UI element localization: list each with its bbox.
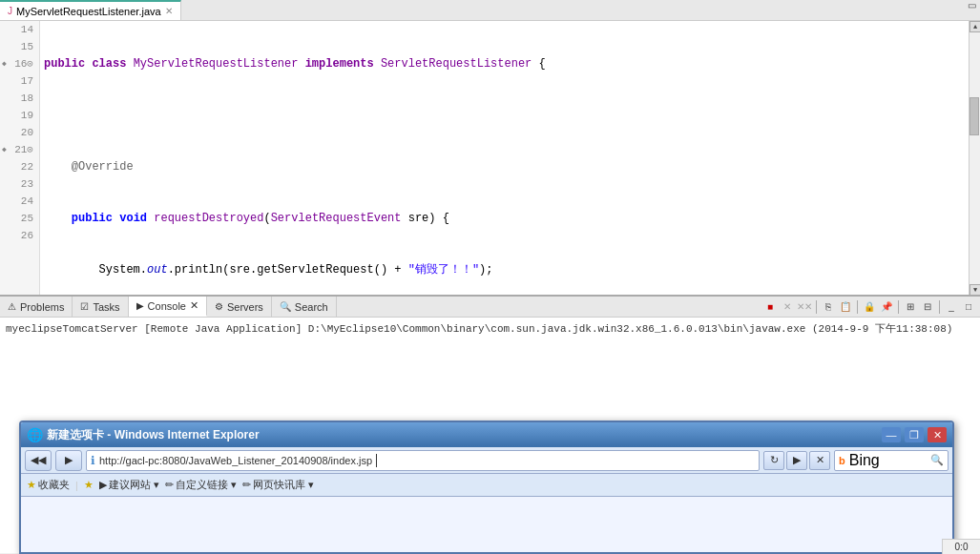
expand-button[interactable]: ⊞ xyxy=(903,299,918,315)
tab-tasks[interactable]: ☑ Tasks xyxy=(73,297,128,317)
ie-window: 🌐 新建选项卡 - Windows Internet Explorer — ❐ … xyxy=(19,421,954,554)
ie-fav-bookmark[interactable]: ★ xyxy=(84,479,94,491)
fav-sep1: | xyxy=(75,480,78,491)
ie-titlebar: 🌐 新建选项卡 - Windows Internet Explorer — ❐ … xyxy=(21,422,952,447)
tab-servers-label: Servers xyxy=(227,301,263,313)
stop-button[interactable]: ■ xyxy=(762,299,778,315)
line-25: 25 xyxy=(0,210,39,227)
ie-address-buttons: ↻ ▶ ✕ xyxy=(763,451,830,470)
line-17: 17 xyxy=(0,72,39,90)
line-15: 15 xyxy=(0,38,39,55)
ie-search-submit[interactable]: 🔍 xyxy=(930,454,944,466)
ie-title: 新建选项卡 - Windows Internet Explorer xyxy=(47,427,878,443)
line-22: 22 xyxy=(0,158,39,175)
ie-toolbar: ◀◀ ▶ ℹ http://gacl-pc:8080/JavaWeb_Liste… xyxy=(21,447,952,474)
code-content[interactable]: public class MyServletRequestListener im… xyxy=(40,21,969,296)
maximize-console[interactable]: □ xyxy=(961,299,976,315)
tab-console-label: Console xyxy=(148,300,186,312)
ie-fav-star[interactable]: ★ 收藏夹 xyxy=(27,478,70,492)
editor-tab[interactable]: J MyServletRequestListener.java ✕ xyxy=(0,0,181,20)
ie-forward-button[interactable]: ▶ xyxy=(55,450,82,471)
tab-search[interactable]: 🔍 Search xyxy=(272,297,337,317)
fav-label-shoucang: 收藏夹 xyxy=(38,478,70,492)
ie-search-bar[interactable]: b Bing 🔍 xyxy=(834,450,949,471)
ie-url-text: http://gacl-pc:8080/JavaWeb_Listener_201… xyxy=(99,455,372,466)
line-23: 23 xyxy=(0,175,39,193)
remove-all-button: ✕✕ xyxy=(797,299,812,315)
fav-star-icon: ★ xyxy=(27,479,36,491)
ie-suggestions-label: 建议网站 ▾ xyxy=(109,478,159,492)
ie-play-icon: ▶ xyxy=(99,479,107,491)
ie-custom-label: 自定义链接 ▾ xyxy=(176,478,237,492)
status-bar: 0:0 xyxy=(942,539,980,554)
ie-stop-button[interactable]: ✕ xyxy=(809,451,830,470)
scroll-thumb[interactable] xyxy=(970,97,979,135)
tasks-icon: ☑ xyxy=(80,301,89,312)
ie-restore-button[interactable]: ❐ xyxy=(905,427,924,442)
ie-search-text: Bing xyxy=(849,452,880,469)
minimize-console[interactable]: _ xyxy=(944,299,959,315)
ie-edit-icon: ✏ xyxy=(165,479,174,491)
ie-fav-feeds[interactable]: ✏ 网页快讯库 ▾ xyxy=(242,478,314,492)
console-line-1: myeclipseTomcatServer [Remote Java Appli… xyxy=(6,321,974,337)
line-14: 14 xyxy=(0,21,39,38)
line-19: 19 xyxy=(0,107,39,124)
cursor-position: 0:0 xyxy=(955,542,969,552)
collapse-button[interactable]: ⊟ xyxy=(920,299,935,315)
editor-tab-label: MyServletRequestListener.java xyxy=(16,6,161,17)
ie-back-button[interactable]: ◀◀ xyxy=(25,450,52,471)
remove-button: ✕ xyxy=(780,299,795,315)
line-21: 21⊙ xyxy=(0,141,39,158)
restore-button[interactable]: ▭ xyxy=(964,0,980,20)
ie-address-bar[interactable]: ℹ http://gacl-pc:8080/JavaWeb_Listener_2… xyxy=(86,450,760,471)
problems-icon: ⚠ xyxy=(8,301,16,312)
tab-problems[interactable]: ⚠ Problems xyxy=(0,297,73,317)
toolbar-sep4 xyxy=(939,300,940,314)
toolbar-sep2 xyxy=(857,300,858,314)
bing-icon: b xyxy=(839,455,845,466)
ie-feeds-label: 网页快讯库 ▾ xyxy=(253,478,314,492)
toolbar-sep3 xyxy=(898,300,899,314)
tab-bar-spacer xyxy=(337,297,762,317)
ie-fav-suggestions[interactable]: ▶ 建议网站 ▾ xyxy=(99,478,159,492)
ie-address-icon: ℹ xyxy=(91,454,95,467)
editor-area: J MyServletRequestListener.java ✕ ▭ 14 1… xyxy=(0,0,980,296)
scroll-down-arrow[interactable]: ▼ xyxy=(970,284,980,296)
scroll-lock-button[interactable]: 🔒 xyxy=(862,299,877,315)
main-container: J MyServletRequestListener.java ✕ ▭ 14 1… xyxy=(0,0,980,554)
console-icon: ▶ xyxy=(136,300,144,311)
line-20: 20 xyxy=(0,124,39,141)
ie-minimize-button[interactable]: — xyxy=(882,427,901,442)
fav-bookmark-icon: ★ xyxy=(84,479,94,491)
code-area: 14 15 16⊙ 17 18 19 20 21⊙ 22 23 24 25 26… xyxy=(0,21,980,296)
tab-console[interactable]: ▶ Console ✕ xyxy=(129,297,207,317)
copy-button[interactable]: ⎘ xyxy=(821,299,836,315)
servers-icon: ⚙ xyxy=(215,301,223,312)
tab-servers[interactable]: ⚙ Servers xyxy=(207,297,272,317)
ie-fav-custom[interactable]: ✏ 自定义链接 ▾ xyxy=(165,478,237,492)
line-26: 26 xyxy=(0,227,39,244)
ie-go-button[interactable]: ▶ xyxy=(786,451,807,470)
vertical-scrollbar[interactable]: ▲ ▼ xyxy=(969,21,980,296)
pin-button[interactable]: 📌 xyxy=(879,299,894,315)
toolbar-sep1 xyxy=(816,300,817,314)
ie-feed-icon: ✏ xyxy=(242,479,251,491)
java-file-icon: J xyxy=(8,6,12,16)
line-24: 24 xyxy=(0,193,39,210)
editor-tab-bar: J MyServletRequestListener.java ✕ ▭ xyxy=(0,0,980,21)
line-numbers: 14 15 16⊙ 17 18 19 20 21⊙ 22 23 24 25 26 xyxy=(0,21,40,296)
ie-refresh-button[interactable]: ↻ xyxy=(763,451,784,470)
console-tab-close[interactable]: ✕ xyxy=(190,299,198,312)
search-icon: 🔍 xyxy=(280,301,291,312)
scroll-up-arrow[interactable]: ▲ xyxy=(970,21,980,32)
line-18: 18 xyxy=(0,90,39,107)
ie-logo-icon: 🌐 xyxy=(27,427,43,442)
ie-close-button[interactable]: ✕ xyxy=(928,427,947,442)
editor-tab-close[interactable]: ✕ xyxy=(165,6,173,16)
tab-search-label: Search xyxy=(295,301,328,313)
ie-favorites-bar: ★ 收藏夹 | ★ ▶ 建议网站 ▾ ✏ 自定义链接 ▾ ✏ 网页快讯库 ▾ xyxy=(21,474,952,497)
tab-tasks-label: Tasks xyxy=(93,301,119,313)
ie-cursor xyxy=(376,454,377,467)
tab-problems-label: Problems xyxy=(20,301,64,313)
paste-button[interactable]: 📋 xyxy=(838,299,853,315)
